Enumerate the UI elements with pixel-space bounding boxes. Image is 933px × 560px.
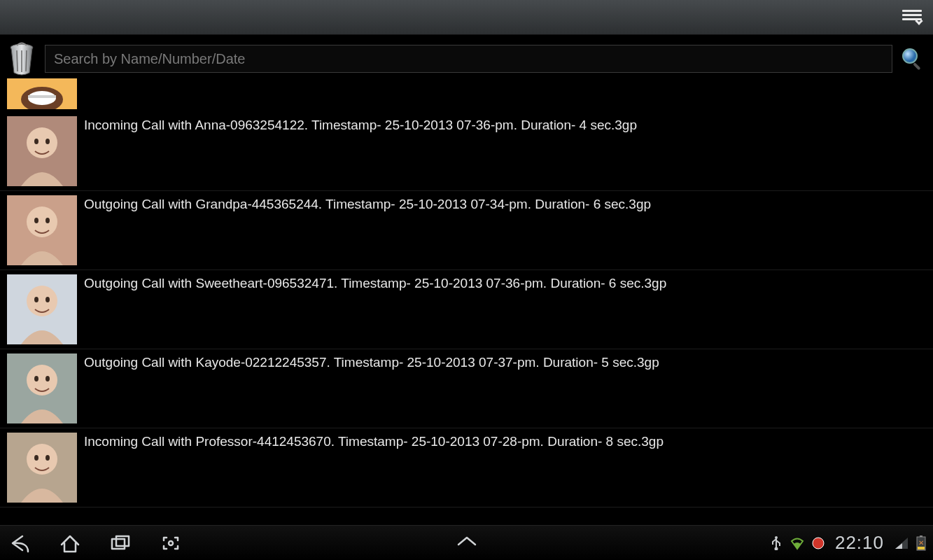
call-row[interactable]: Incoming Call with Professor-4412453670.…	[0, 428, 933, 507]
svg-point-4	[903, 49, 917, 63]
svg-rect-39	[918, 547, 925, 550]
overflow-menu-icon[interactable]	[902, 10, 922, 25]
call-description: Outgoing Call with Kayode-02212245357. T…	[84, 349, 659, 370]
svg-point-16	[34, 218, 38, 223]
svg-line-1	[17, 50, 17, 71]
svg-point-17	[45, 218, 50, 223]
svg-point-32	[169, 541, 173, 545]
usb-icon	[769, 536, 783, 550]
contact-avatar[interactable]	[7, 274, 77, 344]
cellular-signal-icon	[894, 536, 909, 550]
svg-rect-30	[112, 539, 125, 549]
home-icon[interactable]	[57, 532, 83, 554]
toolbar	[0, 35, 933, 81]
svg-rect-5	[913, 62, 920, 70]
battery-icon: ✕	[916, 536, 926, 551]
svg-line-3	[26, 50, 27, 71]
svg-point-28	[34, 455, 38, 461]
contact-avatar[interactable]	[7, 195, 77, 265]
svg-point-13	[45, 139, 50, 144]
call-row[interactable]: Outgoing Call with Sweetheart-096532471.…	[0, 270, 933, 349]
back-icon[interactable]	[7, 532, 32, 554]
call-row[interactable]: Incoming Call with Anna-0963254122. Time…	[0, 112, 933, 191]
recent-apps-icon[interactable]	[108, 532, 133, 554]
contact-avatar[interactable]	[7, 116, 77, 186]
svg-point-24	[34, 376, 38, 382]
search-input[interactable]	[45, 45, 892, 73]
call-description: Incoming Call with Anna-0963254122. Time…	[84, 112, 637, 133]
system-nav-bar: 22:10 ✕	[0, 525, 933, 560]
wifi-icon	[790, 536, 804, 550]
svg-point-20	[34, 297, 38, 302]
svg-point-29	[45, 455, 50, 461]
call-description: Outgoing Call with Grandpa-445365244. Ti…	[84, 191, 651, 212]
pinned-contact-row	[0, 76, 933, 112]
svg-point-33	[775, 536, 778, 539]
svg-point-12	[34, 139, 38, 144]
trash-icon[interactable]	[7, 42, 36, 76]
screenshot-icon[interactable]	[158, 532, 183, 554]
contact-avatar[interactable]	[7, 433, 77, 503]
svg-point-34	[774, 547, 778, 550]
svg-point-25	[45, 376, 50, 382]
call-row[interactable]: Outgoing Call with Grandpa-445365244. Ti…	[0, 191, 933, 270]
svg-rect-9	[28, 95, 56, 98]
app-top-bar	[0, 0, 933, 35]
call-row[interactable]: Outgoing Call with Kayode-02212245357. T…	[0, 349, 933, 428]
call-list: Incoming Call with Anna-0963254122. Time…	[0, 76, 933, 525]
contact-avatar[interactable]	[7, 354, 77, 424]
expand-up-icon[interactable]	[454, 535, 479, 552]
record-icon	[811, 536, 825, 550]
svg-text:✕: ✕	[918, 539, 924, 547]
status-clock: 22:10	[835, 532, 884, 554]
search-icon[interactable]	[901, 47, 925, 71]
call-description: Incoming Call with Professor-4412453670.…	[84, 428, 664, 449]
svg-rect-31	[116, 536, 129, 546]
svg-point-21	[45, 297, 50, 302]
pinned-contact-avatar[interactable]	[7, 78, 77, 109]
call-description: Outgoing Call with Sweetheart-096532471.…	[84, 270, 666, 291]
